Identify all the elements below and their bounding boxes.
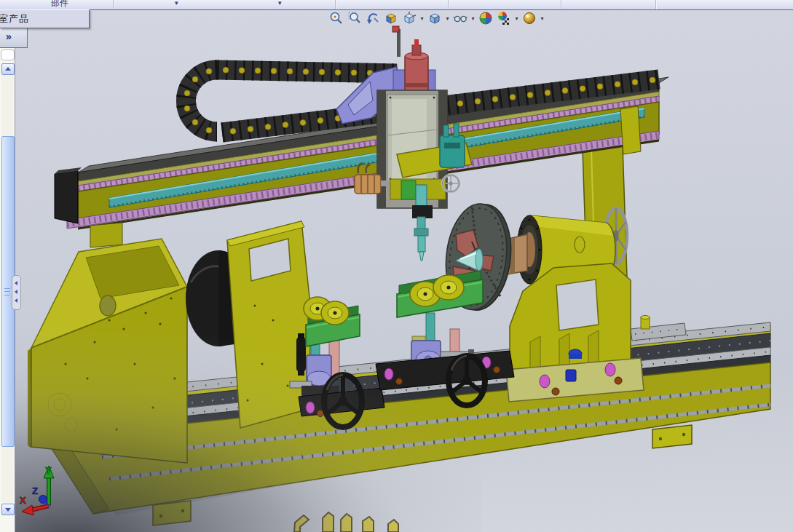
triad-x-label: X: [20, 495, 26, 506]
view-settings-icon[interactable]: [521, 11, 537, 25]
toolbar-dropdown-arrow-icon[interactable]: ▾: [175, 0, 178, 7]
pedestal-window: [556, 279, 599, 330]
previous-view-icon[interactable]: [365, 11, 381, 25]
featuremanager-tree-stub: [1, 49, 15, 60]
zoom-to-area-icon[interactable]: [347, 11, 363, 25]
command-manager-row: 部件 ▾ ▾: [0, 0, 793, 10]
view-settings-dropdown[interactable]: ▾: [540, 15, 545, 22]
scroll-down-button[interactable]: [1, 504, 15, 515]
zoom-to-fit-icon[interactable]: [328, 11, 344, 25]
gantry-left-column[interactable]: [90, 223, 122, 247]
headsup-view-toolbar: ▾ ▾ ▾ ▾ ▾: [328, 11, 545, 25]
splitter-arrow-icon: [15, 298, 17, 303]
graphics-viewport[interactable]: ▾ ▾ ▾ ▾ ▾: [15, 9, 793, 532]
document-flyout-tab[interactable]: 室产品: [0, 9, 90, 28]
apply-scene-icon[interactable]: [496, 11, 512, 25]
triad-y-label: Y: [45, 465, 52, 476]
display-style-icon[interactable]: [427, 11, 443, 25]
toolbar-separator: [335, 0, 336, 9]
slide-handwheel[interactable]: [443, 175, 459, 192]
edit-appearance-icon[interactable]: [478, 11, 494, 25]
hide-show-items-dropdown[interactable]: ▾: [470, 15, 476, 22]
corner-shadow: [15, 313, 481, 532]
command-tab-assembly[interactable]: 部件: [51, 0, 68, 9]
splitter-arrow-icon: [15, 290, 17, 294]
featuremanager-expand-button[interactable]: »: [0, 28, 28, 48]
solidworks-window: 部件 ▾ ▾ 室产品 »: [0, 0, 793, 532]
scroll-up-button[interactable]: [1, 63, 15, 75]
scroll-up-icon: [5, 67, 11, 71]
apply-scene-dropdown[interactable]: ▾: [514, 15, 519, 22]
toolbar-separator: [655, 0, 656, 9]
view-orientation-dropdown[interactable]: ▾: [419, 15, 425, 22]
view-orientation-icon[interactable]: [401, 11, 417, 25]
document-flyout-label: 室产品: [0, 12, 29, 25]
toolbar-separator: [448, 0, 449, 9]
pneumatic-cylinder: [405, 39, 428, 98]
scroll-down-icon: [5, 508, 11, 512]
hide-show-items-icon[interactable]: [452, 11, 468, 25]
splitter-arrow-icon: [15, 281, 17, 285]
chevron-expand-icon: »: [6, 31, 12, 42]
triad-z-label: Z: [32, 485, 38, 496]
section-view-icon[interactable]: [383, 11, 399, 25]
panel-splitter-handle[interactable]: [12, 275, 21, 310]
toolbar-separator: [113, 0, 114, 9]
scrollbar-grip-icon: [4, 288, 10, 295]
model-scene[interactable]: Y X Z: [15, 9, 793, 532]
toolbar-separator: [561, 0, 561, 9]
toolbar-dropdown-arrow-icon[interactable]: ▾: [278, 0, 282, 7]
display-style-dropdown[interactable]: ▾: [445, 15, 450, 22]
